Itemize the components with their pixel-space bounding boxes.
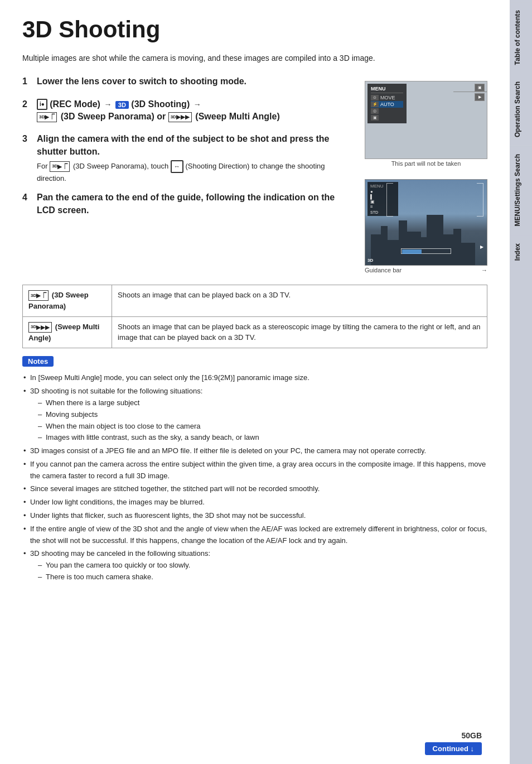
icon-box-2: ▶ xyxy=(475,93,485,101)
steps-right: MENU ⊙ MOVE ⚡ AUTO ◎ ▣ xyxy=(365,75,487,273)
camera-screen-1: MENU ⊙ MOVE ⚡ AUTO ◎ ▣ xyxy=(365,81,487,159)
note-sub-2-4: Images with little contrast, such as the… xyxy=(38,432,487,444)
step-4-number: 4 xyxy=(22,191,32,219)
intro-text: Multiple images are shot while the camer… xyxy=(22,52,487,64)
note-sub-list-2: When there is a large subject Moving sub… xyxy=(38,397,487,444)
menu-overlay-1: MENU ⊙ MOVE ⚡ AUTO ◎ ▣ xyxy=(367,84,407,123)
extra-icon: ▣ xyxy=(371,115,379,121)
note-item-7: Under lights that flicker, such as fluor… xyxy=(22,510,487,522)
sweep-panorama-icon: 3D▶⎾ xyxy=(37,112,57,122)
mode-name-2: 3D▶▶▶ (Sweep MultiAngle) xyxy=(23,316,112,348)
move-icon: ⊙ xyxy=(371,95,379,100)
3d-badge: 3D xyxy=(367,258,373,263)
main-content: 3D Shooting Multiple images are shot whi… xyxy=(0,0,510,764)
panorama-icon-inline: 3D▶⎾ xyxy=(50,161,70,172)
building-7 xyxy=(427,215,443,265)
direction-icon: ↔ xyxy=(171,160,183,173)
note-sub-2-1: When there is a large subject xyxy=(38,397,487,409)
menu-title: MENU xyxy=(371,86,403,93)
steps-section: 1 Lower the lens cover to switch to shoo… xyxy=(22,75,487,273)
table-row-1: 3D▶⎾ (3D SweepPanorama) Shoots an image … xyxy=(23,285,487,317)
note-sub-2-3: When the main object is too close to the… xyxy=(38,421,487,433)
notes-badge: Notes xyxy=(22,356,54,367)
note-item-4: If you cannot pan the camera across the … xyxy=(22,459,487,482)
step-3: 3 Align the camera with the end of the s… xyxy=(22,133,354,184)
continued-button[interactable]: Continued ↓ xyxy=(425,742,482,755)
note-sub-2-2: Moving subjects xyxy=(38,409,487,421)
building-9 xyxy=(453,229,461,265)
notes-list: In [Sweep Multi Angle] mode, you can sel… xyxy=(22,372,487,583)
sidebar-tab-menu[interactable]: MENU/Settings Search xyxy=(510,146,532,234)
sweep-multi-icon: 3D▶▶▶ xyxy=(168,112,192,122)
menu-item-settings: ◎ xyxy=(371,108,403,114)
step-3-content: Align the camera with the end of the sub… xyxy=(37,133,354,184)
step-4: 4 Pan the camera to the end of the guide… xyxy=(22,191,354,219)
guidance-label-wrapper: Guidance bar → xyxy=(365,267,487,273)
note-item-8: If the entire angle of view of the 3D sh… xyxy=(22,523,487,547)
note-item-3: 3D images consist of a JPEG file and an … xyxy=(22,445,487,457)
step-1: 1 Lower the lens cover to switch to shoo… xyxy=(22,75,354,90)
building-3 xyxy=(388,240,399,265)
icon-box-1: ▣ xyxy=(475,84,485,92)
left-bracket xyxy=(386,183,393,217)
3d-menu-icon: ⚡ xyxy=(371,102,379,107)
note-item-9: 3D shooting may be canceled in the follo… xyxy=(22,548,487,583)
not-taken-line xyxy=(453,92,487,92)
mode-desc-1: Shoots an image that can be played back … xyxy=(112,285,487,317)
mode-name-1: 3D▶⎾ (3D SweepPanorama) xyxy=(23,285,112,317)
screen2-menu: MENU ● ▌ ▣ ≡ STD xyxy=(367,182,398,216)
note-item-5: Since several images are stitched togeth… xyxy=(22,483,487,495)
step-2-main: i● (REC Mode) → 3D (3D Shooting) → 3D▶⎾ … xyxy=(37,98,354,123)
note-item-6: Under low light conditions, the images m… xyxy=(22,497,487,508)
note-item-2: 3D shooting is not suitable for the foll… xyxy=(22,386,487,444)
page-title: 3D Shooting xyxy=(22,17,487,42)
note-sub-list-9: You pan the camera too quickly or too sl… xyxy=(38,560,487,583)
3d-icon: 3D xyxy=(115,101,129,109)
step-3-number: 3 xyxy=(22,133,32,184)
guidance-bar-visual xyxy=(401,248,451,254)
sidebar-tabs: Table of contents Operation Search MENU/… xyxy=(510,0,532,764)
guidance-label: Guidance bar xyxy=(365,267,402,273)
notes-section: Notes In [Sweep Multi Angle] mode, you c… xyxy=(22,356,487,583)
step-2: 2 i● (REC Mode) → 3D (3D Shooting) → 3D▶… xyxy=(22,98,354,126)
step-2-content: i● (REC Mode) → 3D (3D Shooting) → 3D▶⎾ … xyxy=(37,98,354,126)
page-footer: 50GB Continued ↓ xyxy=(425,731,482,755)
step-3-main: Align the camera with the end of the sub… xyxy=(37,133,354,158)
table-panorama-icon: 3D▶⎾ xyxy=(28,290,49,301)
arrow-icon-1: → xyxy=(104,99,112,110)
mode-table: 3D▶⎾ (3D SweepPanorama) Shoots an image … xyxy=(22,285,487,348)
screen2-wrapper: MENU ● ▌ ▣ ≡ STD 3D xyxy=(365,176,487,273)
guidance-fill xyxy=(402,249,422,254)
building-4 xyxy=(399,220,407,265)
settings-icon: ◎ xyxy=(371,108,379,114)
right-bracket xyxy=(477,183,483,217)
arrow-icon-2: → xyxy=(194,99,201,110)
mode-desc-2: Shoots an image that can be played back … xyxy=(112,316,487,348)
sidebar-tab-index[interactable]: Index xyxy=(510,236,532,268)
menu-item-move: ⊙ MOVE xyxy=(371,94,403,101)
screen-right-icons: ▣ ▶ xyxy=(475,84,485,101)
building-10 xyxy=(461,243,475,265)
sidebar-tab-toc[interactable]: Table of contents xyxy=(510,2,532,73)
guidance-arrow: → xyxy=(481,267,487,273)
step-4-content: Pan the camera to the end of the guide, … xyxy=(37,191,354,219)
table-row-2: 3D▶▶▶ (Sweep MultiAngle) Shoots an image… xyxy=(23,316,487,348)
step-3-sub: For 3D▶⎾ (3D Sweep Panorama), touch ↔ (S… xyxy=(37,160,354,184)
steps-left: 1 Lower the lens cover to switch to shoo… xyxy=(22,75,354,273)
sidebar-tab-ops[interactable]: Operation Search xyxy=(510,74,532,145)
menu-item-extra: ▣ xyxy=(371,114,403,121)
not-taken-line-wrapper xyxy=(453,92,487,92)
step-1-content: Lower the lens cover to switch to shooti… xyxy=(37,75,354,90)
step-2-number: 2 xyxy=(22,98,32,126)
note-item-1: In [Sweep Multi Angle] mode, you can sel… xyxy=(22,372,487,384)
building-2 xyxy=(381,226,388,265)
step-1-number: 1 xyxy=(22,75,32,90)
menu-item-3d: ⚡ AUTO xyxy=(371,101,403,108)
note-sub-9-1: You pan the camera too quickly or too sl… xyxy=(38,560,487,571)
note-sub-9-2: There is too much camera shake. xyxy=(38,571,487,583)
step-1-main: Lower the lens cover to switch to shooti… xyxy=(37,75,354,88)
screen1-wrapper: MENU ⊙ MOVE ⚡ AUTO ◎ ▣ xyxy=(365,81,487,167)
table-multi-icon: 3D▶▶▶ xyxy=(28,322,52,333)
step-4-main: Pan the camera to the end of the guide, … xyxy=(37,191,354,217)
screen2-right-indicator: ▶ xyxy=(480,244,483,249)
